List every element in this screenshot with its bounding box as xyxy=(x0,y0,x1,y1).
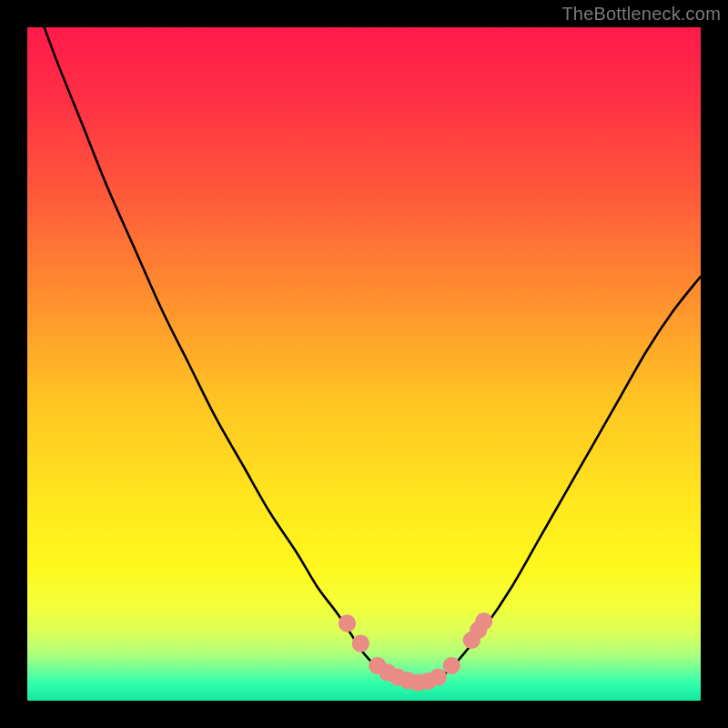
curve-marker xyxy=(430,668,447,685)
curve-marker xyxy=(339,614,356,632)
bottleneck-curve xyxy=(27,27,701,683)
watermark-text: TheBottleneck.com xyxy=(561,4,721,25)
curve-marker xyxy=(443,657,460,674)
curve-markers xyxy=(339,612,492,692)
curve-marker xyxy=(352,634,369,652)
curve-marker xyxy=(475,612,492,630)
bottleneck-curve-svg xyxy=(27,27,701,701)
plot-area xyxy=(27,27,701,701)
chart-frame: TheBottleneck.com xyxy=(0,0,728,728)
